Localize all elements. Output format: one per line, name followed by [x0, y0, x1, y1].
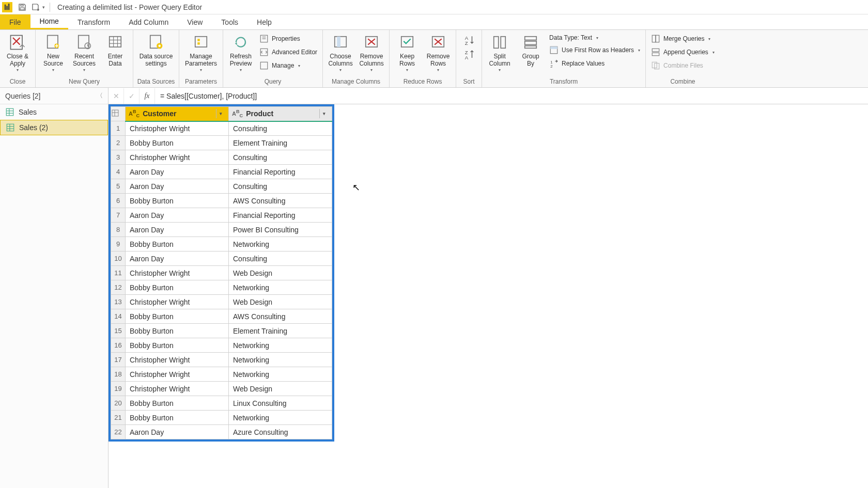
combine-files-button[interactable]: Combine Files: [650, 60, 716, 71]
fx-icon[interactable]: fx: [140, 88, 155, 104]
replace-values-button[interactable]: 12Replace Values: [548, 58, 641, 69]
cell[interactable]: Azure Consulting: [229, 425, 332, 439]
cell[interactable]: Aaron Day: [126, 208, 229, 223]
tab-tools[interactable]: Tools: [212, 14, 247, 29]
cell[interactable]: Bobby Burton: [126, 237, 229, 251]
cell[interactable]: Bobby Burton: [126, 280, 229, 295]
cell[interactable]: Element Training: [229, 136, 332, 150]
first-row-headers-button[interactable]: Use First Row as Headers▾: [548, 44, 641, 56]
column-filter-icon[interactable]: ▾: [216, 109, 225, 118]
cell[interactable]: Element Training: [229, 324, 332, 338]
cell[interactable]: Consulting: [229, 179, 332, 194]
cell[interactable]: Bobby Burton: [126, 411, 229, 425]
cell[interactable]: Aaron Day: [126, 179, 229, 194]
cell[interactable]: Christopher Wright: [126, 121, 229, 136]
cell[interactable]: Aaron Day: [126, 425, 229, 439]
table-row[interactable]: 17Christopher WrightNetworking: [111, 353, 332, 367]
refresh-preview-button[interactable]: Refresh Preview ▾: [225, 32, 256, 73]
cell[interactable]: Christopher Wright: [126, 295, 229, 309]
cell[interactable]: Networking: [229, 237, 332, 251]
cell[interactable]: Bobby Burton: [126, 194, 229, 208]
cell[interactable]: Consulting: [229, 150, 332, 165]
table-row[interactable]: 5Aaron DayConsulting: [111, 179, 332, 194]
tab-view[interactable]: View: [178, 14, 212, 29]
table-row[interactable]: 22Aaron DayAzure Consulting: [111, 425, 332, 439]
cell[interactable]: AWS Consulting: [229, 194, 332, 208]
formula-commit-button[interactable]: ✓: [124, 88, 140, 104]
cell[interactable]: Financial Reporting: [229, 208, 332, 223]
keep-rows-button[interactable]: Keep Rows ▾: [392, 32, 423, 73]
advanced-editor-button[interactable]: Advanced Editor: [258, 46, 318, 58]
column-header-product[interactable]: ABCProduct▾: [229, 107, 332, 121]
table-row[interactable]: 9Bobby BurtonNetworking: [111, 237, 332, 251]
cell[interactable]: Power BI Consulting: [229, 223, 332, 237]
collapse-panel-icon[interactable]: 〈: [97, 91, 103, 100]
table-row[interactable]: 11Christopher WrightWeb Design: [111, 266, 332, 280]
table-row[interactable]: 2Bobby BurtonElement Training: [111, 136, 332, 150]
formula-input[interactable]: [155, 88, 868, 104]
properties-button[interactable]: Properties: [258, 33, 318, 44]
cell[interactable]: Networking: [229, 411, 332, 425]
cell[interactable]: Web Design: [229, 295, 332, 309]
table-row[interactable]: 18Christopher WrightNetworking: [111, 367, 332, 382]
table-row[interactable]: 21Bobby BurtonNetworking: [111, 411, 332, 425]
cell[interactable]: Consulting: [229, 121, 332, 136]
group-by-button[interactable]: Group By: [515, 32, 546, 68]
append-queries-button[interactable]: Append Queries▾: [650, 46, 716, 58]
cell[interactable]: Bobby Burton: [126, 338, 229, 353]
tab-help[interactable]: Help: [247, 14, 281, 29]
cell[interactable]: Bobby Burton: [126, 136, 229, 150]
formula-cancel-button[interactable]: ✕: [109, 88, 124, 104]
cell[interactable]: Bobby Burton: [126, 309, 229, 324]
table-row[interactable]: 10Aaron DayConsulting: [111, 251, 332, 266]
cell[interactable]: Christopher Wright: [126, 382, 229, 396]
tab-add-column[interactable]: Add Column: [119, 14, 178, 29]
cell[interactable]: Aaron Day: [126, 251, 229, 266]
query-item-0[interactable]: Sales: [0, 104, 108, 120]
table-row[interactable]: 6Bobby BurtonAWS Consulting: [111, 194, 332, 208]
sort-desc-button[interactable]: ZA: [463, 49, 475, 60]
cell[interactable]: AWS Consulting: [229, 309, 332, 324]
remove-rows-button[interactable]: Remove Rows ▾: [423, 32, 454, 73]
cell[interactable]: Aaron Day: [126, 223, 229, 237]
table-row[interactable]: 3Christopher WrightConsulting: [111, 150, 332, 165]
cell[interactable]: Christopher Wright: [126, 266, 229, 280]
remove-columns-button[interactable]: Remove Columns ▾: [356, 32, 387, 73]
manage-parameters-button[interactable]: Manage Parameters ▾: [181, 32, 221, 73]
table-row[interactable]: 15Bobby BurtonElement Training: [111, 324, 332, 338]
recent-sources-button[interactable]: Recent Sources ▾: [69, 32, 100, 73]
data-grid[interactable]: ABCCustomer▾ABCProduct▾1Christopher Wrig…: [111, 106, 332, 439]
cell[interactable]: Networking: [229, 353, 332, 367]
cell[interactable]: Networking: [229, 280, 332, 295]
column-header-customer[interactable]: ABCCustomer▾: [126, 107, 229, 121]
sort-asc-button[interactable]: AZ: [463, 34, 475, 45]
cell[interactable]: Bobby Burton: [126, 324, 229, 338]
query-item-1[interactable]: Sales (2): [0, 120, 108, 135]
cell[interactable]: Networking: [229, 338, 332, 353]
qat-customize-caret[interactable]: ▾: [42, 5, 48, 10]
data-type-button[interactable]: Data Type: Text▾: [548, 33, 641, 42]
table-row[interactable]: 13Christopher WrightWeb Design: [111, 295, 332, 309]
table-row[interactable]: 8Aaron DayPower BI Consulting: [111, 223, 332, 237]
tab-file[interactable]: File: [0, 14, 30, 29]
close-apply-button[interactable]: Close & Apply ▾: [2, 32, 33, 73]
data-source-settings-button[interactable]: Data source settings: [135, 32, 177, 68]
cell[interactable]: Aaron Day: [126, 165, 229, 179]
table-row[interactable]: 14Bobby BurtonAWS Consulting: [111, 309, 332, 324]
table-row[interactable]: 7Aaron DayFinancial Reporting: [111, 208, 332, 223]
cell[interactable]: Linux Consulting: [229, 396, 332, 411]
table-row[interactable]: 12Bobby BurtonNetworking: [111, 280, 332, 295]
table-row[interactable]: 20Bobby BurtonLinux Consulting: [111, 396, 332, 411]
merge-queries-button[interactable]: Merge Queries▾: [650, 33, 716, 44]
cell[interactable]: Consulting: [229, 251, 332, 266]
table-row[interactable]: 16Bobby BurtonNetworking: [111, 338, 332, 353]
qat-save-icon[interactable]: [16, 2, 28, 13]
manage-query-button[interactable]: Manage▾: [258, 60, 318, 71]
tab-transform[interactable]: Transform: [68, 14, 119, 29]
grid-corner[interactable]: [111, 107, 126, 121]
qat-save-as-icon[interactable]: [29, 2, 42, 13]
table-row[interactable]: 1Christopher WrightConsulting: [111, 121, 332, 136]
cell[interactable]: Web Design: [229, 266, 332, 280]
cell[interactable]: Networking: [229, 367, 332, 382]
new-source-button[interactable]: New Source ▾: [38, 32, 69, 73]
